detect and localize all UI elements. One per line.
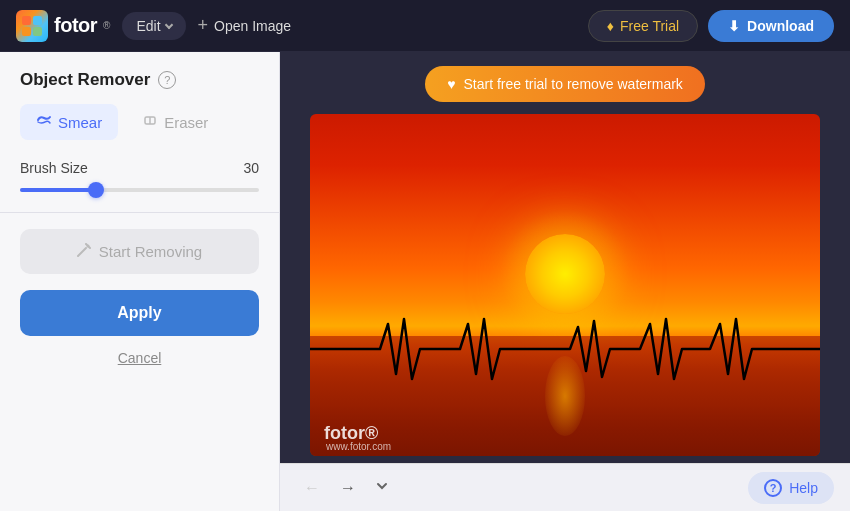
image-container: fotor® www.fotor.com [310, 114, 820, 456]
slider-container [0, 184, 279, 212]
nav-dropdown-button[interactable] [368, 472, 396, 504]
logo-reg: ® [103, 20, 110, 31]
logo-area: fotor® [16, 10, 110, 42]
smear-label: Smear [58, 114, 102, 131]
sunset-background: fotor® www.fotor.com [310, 114, 820, 456]
forward-button[interactable]: → [332, 472, 364, 504]
bottom-bar: ← → ? Help [280, 463, 850, 511]
svg-point-8 [86, 245, 89, 248]
slider-thumb[interactable] [88, 182, 104, 198]
forward-icon: → [340, 479, 356, 497]
brush-size-value: 30 [243, 160, 259, 176]
back-button[interactable]: ← [296, 472, 328, 504]
wand-icon [77, 243, 91, 260]
svg-rect-0 [22, 16, 31, 25]
eraser-tab[interactable]: Eraser [126, 104, 224, 140]
diamond-icon: ♦ [607, 18, 614, 34]
watermark-banner[interactable]: ♥ Start free trial to remove watermark [425, 66, 705, 102]
heart-icon: ♥ [447, 76, 455, 92]
fotor-logo-icon [16, 10, 48, 42]
free-trial-button[interactable]: ♦ Free Trial [588, 10, 698, 42]
slider-track[interactable] [20, 188, 259, 192]
edit-button[interactable]: Edit [122, 12, 185, 40]
help-label: Help [789, 480, 818, 496]
logo-text: fotor [54, 14, 97, 37]
plus-icon: + [198, 15, 209, 36]
watermark-banner-text: Start free trial to remove watermark [463, 76, 682, 92]
fotor-url: www.fotor.com [326, 441, 391, 452]
help-button[interactable]: ? Help [748, 472, 834, 504]
slider-fill [20, 188, 96, 192]
main-layout: Object Remover ? Smear [0, 52, 850, 511]
download-button[interactable]: ⬇ Download [708, 10, 834, 42]
free-trial-label: Free Trial [620, 18, 679, 34]
download-icon: ⬇ [728, 18, 740, 34]
header: fotor® Edit + Open Image ♦ Free Trial ⬇ … [0, 0, 850, 52]
sidebar-divider [0, 212, 279, 213]
ecg-line [310, 309, 820, 389]
chevron-down-icon [164, 20, 172, 28]
fotor-watermark-text: fotor® [324, 423, 378, 443]
svg-line-6 [78, 248, 86, 256]
edit-label: Edit [136, 18, 160, 34]
help-button-icon: ? [764, 479, 782, 497]
open-image-button[interactable]: + Open Image [198, 15, 292, 36]
cancel-label: Cancel [118, 350, 162, 366]
brush-size-row: Brush Size 30 [0, 156, 279, 184]
sidebar-header: Object Remover ? [0, 52, 279, 104]
svg-rect-1 [33, 16, 42, 25]
sidebar-title: Object Remover [20, 70, 150, 90]
svg-rect-3 [33, 27, 42, 36]
download-label: Download [747, 18, 814, 34]
eraser-label: Eraser [164, 114, 208, 131]
sun-circle [525, 234, 605, 314]
header-right: ♦ Free Trial ⬇ Download [588, 10, 834, 42]
smear-tab[interactable]: Smear [20, 104, 118, 140]
sidebar: Object Remover ? Smear [0, 52, 280, 511]
start-removing-label: Start Removing [99, 243, 202, 260]
chevron-down-nav-icon [376, 480, 388, 495]
smear-icon [36, 112, 52, 132]
brush-size-label: Brush Size [20, 160, 88, 176]
help-circle-icon[interactable]: ? [158, 71, 176, 89]
start-removing-button[interactable]: Start Removing [20, 229, 259, 274]
svg-rect-2 [22, 27, 31, 36]
tool-tabs: Smear Eraser [0, 104, 279, 156]
canvas-area: ♥ Start free trial to remove watermark [280, 52, 850, 511]
eraser-icon [142, 112, 158, 132]
apply-button[interactable]: Apply [20, 290, 259, 336]
fotor-url-text: www.fotor.com [326, 441, 391, 452]
cancel-button[interactable]: Cancel [114, 346, 166, 370]
apply-label: Apply [117, 304, 161, 321]
open-image-label: Open Image [214, 18, 291, 34]
back-icon: ← [304, 479, 320, 497]
